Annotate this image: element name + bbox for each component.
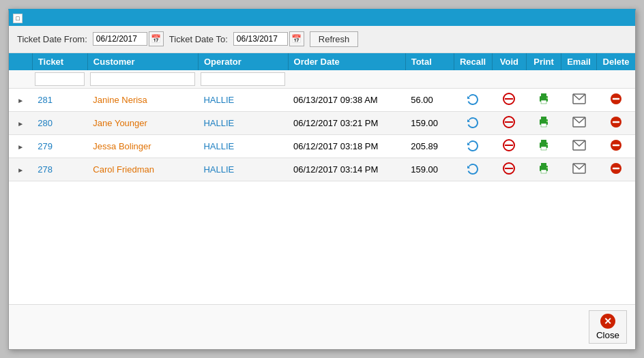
order-date-cell: 06/12/2017 03:18 PM xyxy=(288,134,405,158)
svg-point-32 xyxy=(546,167,548,168)
recall-cell xyxy=(454,158,492,181)
ticket-number[interactable]: 279 xyxy=(38,141,53,151)
recall-cell xyxy=(454,88,492,111)
total-cell: 159.00 xyxy=(405,111,454,134)
operator-cell: HALLIE xyxy=(198,88,288,111)
table-container: Ticket Customer Operator Order Date Tota… xyxy=(9,53,635,304)
print-button[interactable] xyxy=(537,138,551,152)
close-icon: ✕ xyxy=(600,314,615,329)
svg-rect-21 xyxy=(541,140,546,143)
delete-button[interactable] xyxy=(609,162,623,175)
expand-button[interactable]: ► xyxy=(14,165,27,175)
print-cell xyxy=(527,158,561,181)
recall-button[interactable] xyxy=(466,92,480,106)
void-button[interactable] xyxy=(502,115,516,129)
ticket-cell: 280 xyxy=(32,111,87,134)
email-button[interactable] xyxy=(572,93,586,104)
print-button[interactable] xyxy=(537,92,551,106)
date-to-input[interactable] xyxy=(233,32,288,46)
expand-cell: ► xyxy=(9,88,32,111)
customer-cell: Janine Nerisa xyxy=(87,88,198,111)
email-button[interactable] xyxy=(572,117,586,128)
date-from-input[interactable] xyxy=(93,32,147,46)
col-recall: Recall xyxy=(454,53,492,70)
col-void: Void xyxy=(492,53,527,70)
email-cell xyxy=(561,158,596,181)
customer-name: Janine Nerisa xyxy=(93,95,147,105)
date-to-wrap: 📅 xyxy=(233,31,304,46)
expand-button[interactable]: ► xyxy=(14,119,27,129)
print-cell xyxy=(527,111,561,134)
email-button[interactable] xyxy=(572,140,586,151)
operator-name: HALLIE xyxy=(203,95,234,105)
operator-cell: HALLIE xyxy=(198,111,288,134)
filter-customer[interactable] xyxy=(90,72,195,86)
table-row: ► 280 Jane Younger HALLIE 06/12/2017 03:… xyxy=(9,111,635,134)
email-button[interactable] xyxy=(572,163,586,174)
date-from-wrap: 📅 xyxy=(93,31,164,46)
customer-name: Jessa Bolinger xyxy=(93,141,151,151)
col-email: Email xyxy=(561,53,596,70)
svg-point-5 xyxy=(546,98,548,99)
order-date-cell: 06/12/2017 03:14 PM xyxy=(288,158,405,181)
customer-cell: Jessa Bolinger xyxy=(87,134,198,158)
operator-cell: HALLIE xyxy=(198,158,288,181)
delete-cell xyxy=(597,158,635,181)
customer-name: Carol Friedman xyxy=(93,164,154,175)
expand-button[interactable]: ► xyxy=(14,95,27,106)
order-date-cell: 06/12/2017 03:21 PM xyxy=(288,111,405,134)
calendar-icon: 📅 xyxy=(151,34,161,44)
table-body: ► 281 Janine Nerisa HALLIE 06/13/2017 09… xyxy=(9,88,635,181)
recall-cell xyxy=(454,111,492,134)
recall-button[interactable] xyxy=(466,162,480,175)
expand-cell: ► xyxy=(9,158,32,181)
col-ticket: Ticket xyxy=(32,53,87,70)
email-cell xyxy=(561,88,596,111)
delete-button[interactable] xyxy=(609,138,623,152)
delete-button[interactable] xyxy=(609,115,623,129)
svg-rect-22 xyxy=(541,147,546,150)
ticket-number[interactable]: 278 xyxy=(38,164,53,175)
expand-cell: ► xyxy=(9,134,32,158)
table-row: ► 278 Carol Friedman HALLIE 06/12/2017 0… xyxy=(9,158,635,181)
total-cell: 205.89 xyxy=(405,134,454,158)
recall-cell xyxy=(454,134,492,158)
col-customer: Customer xyxy=(87,53,198,70)
close-button[interactable]: ✕ Close xyxy=(589,310,627,344)
void-cell xyxy=(492,111,527,134)
ticket-cell: 278 xyxy=(32,158,87,181)
svg-rect-31 xyxy=(541,170,546,173)
filter-operator[interactable] xyxy=(201,72,285,86)
filter-ticket[interactable] xyxy=(35,72,85,86)
customer-name: Jane Younger xyxy=(93,118,147,128)
delete-button[interactable] xyxy=(609,92,623,106)
svg-rect-3 xyxy=(541,93,546,97)
date-from-calendar-button[interactable]: 📅 xyxy=(149,31,164,46)
title-bar: □ xyxy=(9,11,635,26)
total-cell: 56.00 xyxy=(405,88,454,111)
col-delete: Delete xyxy=(597,53,635,70)
date-to-calendar-button[interactable]: 📅 xyxy=(289,31,304,46)
operator-name: HALLIE xyxy=(203,164,234,175)
table-header-row: Ticket Customer Operator Order Date Tota… xyxy=(9,53,635,70)
minimize-button[interactable]: □ xyxy=(13,14,23,23)
recall-button[interactable] xyxy=(466,115,480,129)
ticket-number[interactable]: 281 xyxy=(38,95,53,105)
tickets-table: Ticket Customer Operator Order Date Tota… xyxy=(9,53,635,181)
void-cell xyxy=(492,88,527,111)
ticket-number[interactable]: 280 xyxy=(38,118,53,128)
col-orderdate: Order Date xyxy=(288,53,405,70)
email-cell xyxy=(561,134,596,158)
print-button[interactable] xyxy=(537,162,551,175)
print-button[interactable] xyxy=(537,115,551,129)
filter-row xyxy=(9,70,635,89)
delete-cell xyxy=(597,111,635,134)
recall-button[interactable] xyxy=(466,138,480,152)
void-button[interactable] xyxy=(502,138,516,152)
void-button[interactable] xyxy=(502,92,516,106)
table-row: ► 279 Jessa Bolinger HALLIE 06/12/2017 0… xyxy=(9,134,635,158)
void-button[interactable] xyxy=(502,162,516,175)
expand-button[interactable]: ► xyxy=(14,142,27,152)
refresh-button[interactable]: Refresh xyxy=(310,31,359,47)
svg-point-14 xyxy=(546,121,548,122)
